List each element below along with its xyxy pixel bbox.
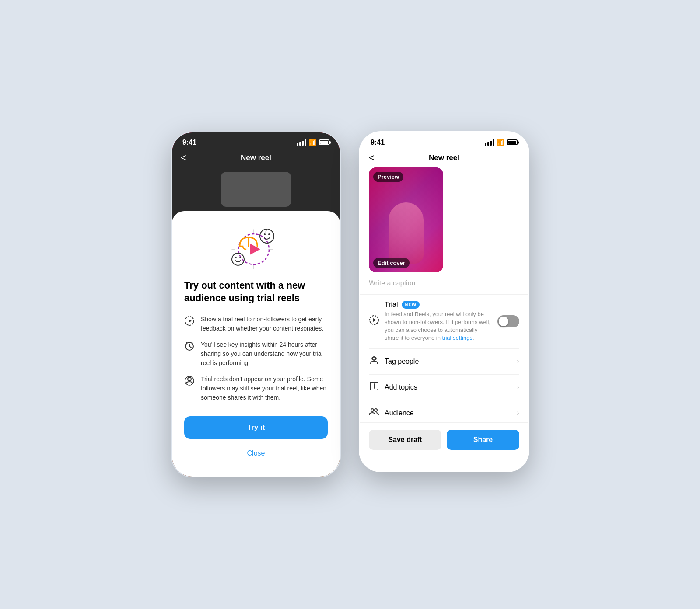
add-topics-title: Add topics [385,383,511,391]
bar2 [299,142,301,146]
trial-modal-card: Try out content with a new audience usin… [172,211,340,477]
right-status-bar: 9:41 📶 [360,132,528,150]
feature-text-1: Show a trial reel to non-followers to ge… [201,315,328,333]
trial-icon [369,315,379,328]
right-nav-title: New reel [429,153,459,162]
left-status-icons: 📶 [297,139,329,146]
video-preview[interactable]: Preview Edit cover [369,167,443,272]
left-time: 9:41 [182,139,196,146]
tag-people-content: Tag people [385,358,511,365]
svg-point-4 [264,233,266,235]
signal-bars-icon [297,139,306,146]
battery-fill [320,141,328,144]
settings-section: Trial NEW In feed and Reels, your reel w… [360,295,528,422]
save-draft-button[interactable]: Save draft [369,430,441,450]
trial-illustration-area [184,225,328,269]
add-topics-chevron: › [517,383,519,392]
video-preview-container: Preview Edit cover [360,167,528,279]
svg-point-31 [374,409,377,411]
feature-icon-2 [184,341,195,354]
svg-point-30 [371,409,374,411]
left-nav-title: New reel [241,153,271,162]
tag-people-row[interactable]: Tag people › [369,349,519,375]
svg-line-13 [265,230,268,232]
modal-title: Try out content with a new audience usin… [184,279,328,304]
audience-title: Audience [385,409,511,417]
right-bar4 [493,139,494,146]
try-it-button[interactable]: Try it [184,416,328,439]
bar4 [304,139,306,146]
right-signal-bars-icon [485,139,494,146]
svg-point-7 [235,257,237,258]
share-button[interactable]: Share [447,430,519,450]
caption-area[interactable]: Write a caption... [360,279,528,295]
audience-content: Audience [385,409,511,417]
trial-toggle[interactable] [497,315,519,327]
right-time: 9:41 [371,139,385,146]
right-bar1 [485,143,486,146]
right-wifi-icon: 📶 [497,139,504,146]
feature-icon-3 [184,376,195,389]
trial-title: Trial NEW [385,301,492,309]
svg-point-21 [188,377,191,381]
preview-badge: Preview [373,172,403,182]
right-back-button[interactable]: < [369,152,374,164]
feature-list: Show a trial reel to non-followers to ge… [184,315,328,402]
feature-item-1: Show a trial reel to non-followers to ge… [184,315,328,333]
feature-item-3: Trial reels don't appear on your profile… [184,375,328,402]
bar3 [302,141,304,146]
add-topics-content: Add topics [385,383,511,391]
left-status-bar: 9:41 📶 [172,132,340,150]
trial-content: Trial NEW In feed and Reels, your reel w… [385,301,492,342]
trial-settings-link[interactable]: trial settings [442,334,472,341]
right-battery-icon [507,139,518,145]
audience-row[interactable]: Audience › [369,400,519,422]
left-nav-bar: < New reel [172,150,340,167]
left-phone: 9:41 📶 < New reel [171,131,341,478]
add-topics-icon [369,381,379,394]
bottom-actions: Save draft Share [360,422,528,457]
left-back-button[interactable]: < [181,152,186,164]
left-video-thumb [221,172,291,207]
audience-chevron: › [517,408,519,418]
caption-placeholder[interactable]: Write a caption... [369,279,421,287]
tag-people-icon [369,355,379,368]
screens-container: 9:41 📶 < New reel [171,131,529,478]
close-button[interactable]: Close [184,446,328,461]
bar1 [297,143,298,146]
battery-icon [319,139,329,145]
tag-people-title: Tag people [385,358,511,365]
svg-line-18 [189,346,191,348]
audience-icon [369,407,379,420]
person-silhouette [388,202,424,264]
svg-marker-15 [189,319,192,323]
right-battery-fill [508,141,516,144]
right-bar3 [490,141,492,146]
svg-point-5 [268,233,270,235]
right-status-icons: 📶 [485,139,518,146]
svg-marker-24 [373,318,376,322]
right-nav-bar: < New reel [360,150,528,167]
feature-text-2: You'll see key insights within 24 hours … [201,340,328,368]
feature-text-3: Trial reels don't appear on your profile… [201,375,328,402]
tag-people-chevron: › [517,357,519,366]
edit-cover-badge[interactable]: Edit cover [373,258,410,268]
svg-line-19 [186,342,187,343]
svg-marker-1 [250,244,260,255]
right-bar2 [487,142,489,146]
trial-row: Trial NEW In feed and Reels, your reel w… [369,295,519,349]
svg-line-20 [192,342,192,343]
trial-illustration-svg [228,225,284,269]
feature-item-2: You'll see key insights within 24 hours … [184,340,328,368]
trial-desc: In feed and Reels, your reel will only b… [385,310,492,342]
svg-point-8 [239,257,241,258]
left-video-background [172,167,340,211]
feature-icon-1 [184,316,195,329]
add-topics-row[interactable]: Add topics › [369,375,519,400]
new-badge: NEW [402,301,420,309]
wifi-icon: 📶 [309,139,316,146]
right-phone: 9:41 📶 < New reel [359,131,529,472]
